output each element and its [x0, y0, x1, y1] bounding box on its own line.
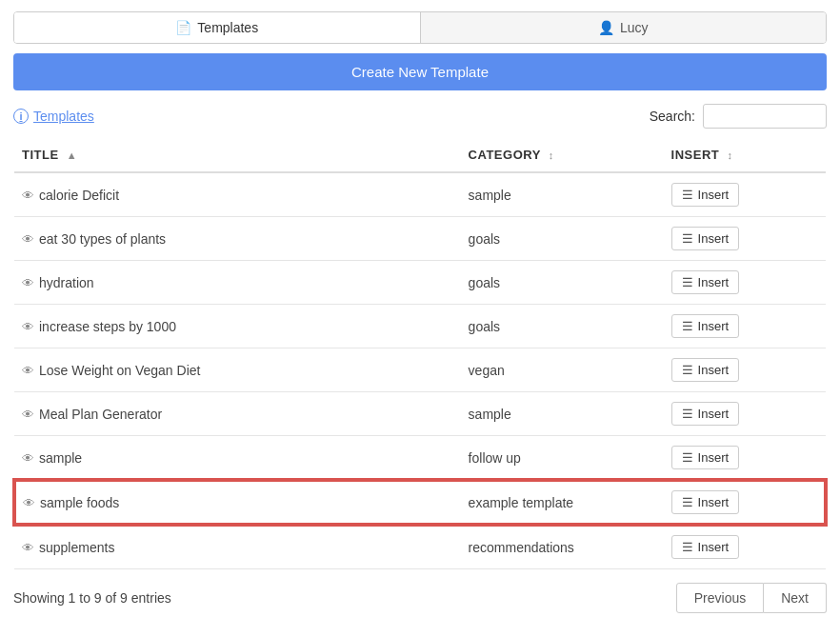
file-icon: 📄: [175, 20, 191, 35]
eye-icon: 👁: [22, 189, 34, 203]
insert-label: Insert: [698, 540, 730, 554]
cell-title: 👁supplements: [14, 525, 461, 569]
cell-title: 👁Lose Weight on Vegan Diet: [14, 348, 461, 392]
table-wrapper: TITLE ▲ CATEGORY ↕ INSERT ↕ 👁calorie Def…: [13, 138, 827, 569]
create-template-button[interactable]: Create New Template: [13, 53, 827, 90]
info-row: i Templates Search:: [13, 104, 827, 129]
cell-category: example template: [461, 480, 664, 525]
insert-label: Insert: [698, 319, 730, 333]
cell-insert: ☰Insert: [664, 525, 826, 569]
table-row: 👁calorie Deficitsample☰Insert: [14, 172, 826, 217]
insert-label: Insert: [698, 231, 730, 246]
title-text: Meal Plan Generator: [39, 407, 162, 422]
table-row: 👁eat 30 types of plantsgoals☰Insert: [14, 217, 826, 261]
insert-button[interactable]: ☰Insert: [671, 314, 740, 338]
sort-icon-title: ▲: [67, 149, 77, 161]
insert-button[interactable]: ☰Insert: [671, 402, 740, 426]
eye-icon: 👁: [23, 496, 35, 510]
col-header-category[interactable]: CATEGORY ↕: [461, 138, 664, 172]
cell-category: sample: [461, 172, 664, 217]
table-row: 👁increase steps by 1000goals☰Insert: [14, 305, 826, 348]
cell-insert: ☰Insert: [664, 436, 826, 481]
table-row: 👁Lose Weight on Vegan Dietvegan☰Insert: [14, 348, 826, 392]
table-row: 👁sample foodsexample template☰Insert: [14, 480, 826, 525]
title-text: calorie Deficit: [39, 188, 119, 203]
cell-title: 👁sample foods: [14, 480, 461, 525]
insert-label: Insert: [698, 363, 730, 377]
cell-category: goals: [461, 217, 664, 261]
search-input[interactable]: [703, 104, 827, 129]
insert-label: Insert: [698, 188, 730, 202]
tab-templates-label: Templates: [197, 20, 258, 35]
cell-insert: ☰Insert: [664, 217, 826, 261]
insert-button[interactable]: ☰Insert: [671, 270, 740, 294]
list-icon: ☰: [682, 540, 693, 554]
cell-category: sample: [461, 392, 664, 436]
table-row: 👁samplefollow up☰Insert: [14, 436, 826, 481]
title-text: increase steps by 1000: [39, 319, 176, 334]
search-area: Search:: [650, 104, 827, 129]
title-text: Lose Weight on Vegan Diet: [39, 363, 200, 378]
insert-button[interactable]: ☰Insert: [671, 227, 740, 250]
list-icon: ☰: [682, 363, 693, 377]
cell-category: goals: [461, 261, 664, 305]
insert-label: Insert: [698, 495, 730, 509]
cell-insert: ☰Insert: [664, 392, 826, 436]
table-row: 👁Meal Plan Generatorsample☰Insert: [14, 392, 826, 436]
col-header-title[interactable]: TITLE ▲: [14, 138, 461, 172]
insert-button[interactable]: ☰Insert: [671, 446, 740, 469]
insert-label: Insert: [698, 407, 730, 421]
tab-user[interactable]: 👤 Lucy: [421, 12, 827, 43]
title-text: sample foods: [40, 495, 119, 510]
insert-button[interactable]: ☰Insert: [671, 183, 740, 207]
eye-icon: 👁: [22, 276, 34, 290]
eye-icon: 👁: [22, 232, 34, 247]
eye-icon: 👁: [22, 451, 34, 466]
table-row: 👁hydrationgoals☰Insert: [14, 261, 826, 305]
table-body: 👁calorie Deficitsample☰Insert👁eat 30 typ…: [14, 172, 826, 569]
pagination: Previous Next: [676, 583, 827, 613]
tab-templates[interactable]: 📄 Templates: [14, 12, 421, 43]
cell-category: follow up: [461, 436, 664, 481]
previous-button[interactable]: Previous: [676, 583, 764, 613]
list-icon: ☰: [682, 188, 693, 202]
templates-info-link[interactable]: i Templates: [13, 109, 94, 124]
cell-title: 👁calorie Deficit: [14, 172, 461, 217]
cell-insert: ☰Insert: [664, 480, 826, 525]
cell-insert: ☰Insert: [664, 172, 826, 217]
eye-icon: 👁: [22, 364, 34, 378]
sort-icon-category: ↕: [549, 149, 554, 161]
title-text: supplements: [39, 540, 114, 555]
col-header-insert[interactable]: INSERT ↕: [664, 138, 826, 172]
cell-title: 👁sample: [14, 436, 461, 481]
list-icon: ☰: [682, 450, 693, 465]
cell-insert: ☰Insert: [664, 348, 826, 392]
cell-category: vegan: [461, 348, 664, 392]
list-icon: ☰: [682, 407, 693, 421]
main-container: 📄 Templates 👤 Lucy Create New Template i…: [0, 11, 840, 613]
title-text: hydration: [39, 275, 94, 290]
insert-label: Insert: [698, 275, 730, 289]
title-text: eat 30 types of plants: [39, 231, 166, 247]
cell-title: 👁hydration: [14, 261, 461, 305]
title-text: sample: [39, 450, 82, 466]
search-label: Search:: [650, 109, 695, 124]
templates-table: TITLE ▲ CATEGORY ↕ INSERT ↕ 👁calorie Def…: [13, 138, 827, 569]
insert-label: Insert: [698, 450, 730, 465]
insert-button[interactable]: ☰Insert: [671, 358, 740, 382]
list-icon: ☰: [682, 319, 693, 333]
tab-nav: 📄 Templates 👤 Lucy: [13, 11, 827, 44]
sort-icon-insert: ↕: [727, 149, 732, 161]
cell-title: 👁eat 30 types of plants: [14, 217, 461, 261]
list-icon: ☰: [682, 275, 693, 289]
showing-text: Showing 1 to 9 of 9 entries: [13, 590, 171, 606]
list-icon: ☰: [682, 231, 693, 246]
insert-button[interactable]: ☰Insert: [671, 535, 740, 559]
eye-icon: 👁: [22, 541, 34, 555]
insert-button[interactable]: ☰Insert: [671, 490, 740, 514]
section-label: Templates: [33, 109, 94, 124]
tab-user-label: Lucy: [620, 20, 649, 35]
cell-category: recommendations: [461, 525, 664, 569]
next-button[interactable]: Next: [764, 583, 827, 613]
list-icon: ☰: [682, 495, 693, 509]
